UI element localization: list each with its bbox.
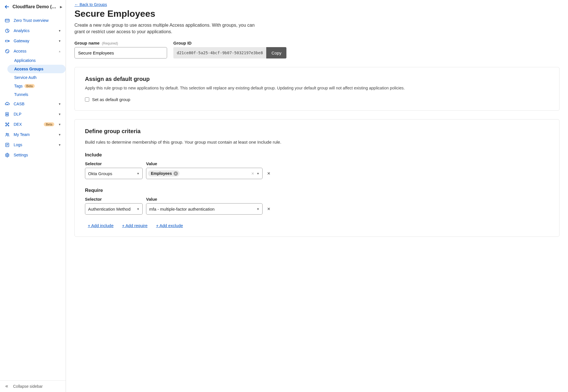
back-arrow-icon[interactable] — [4, 4, 10, 10]
sidebar: Cloudflare Demo (T... ▶ Zero Trust overv… — [0, 0, 66, 392]
nav-gateway[interactable]: Gateway ▼ — [0, 36, 66, 46]
nav-label: Zero Trust overview — [14, 18, 61, 23]
selector-label: Selector — [85, 161, 143, 166]
remove-include-row-icon[interactable]: ✕ — [267, 171, 271, 179]
group-meta-row: Group name (Required) Group ID d21ce80f-… — [74, 41, 559, 58]
group-name-label: Group name (Required) — [74, 41, 167, 45]
default-group-checkbox-row[interactable]: Set as default group — [85, 97, 549, 102]
chevron-up-icon: ▲ — [58, 50, 61, 53]
tag-text: Employees — [151, 171, 172, 176]
nav-overview[interactable]: Zero Trust overview — [0, 15, 66, 26]
caret-down-icon: ▼ — [137, 207, 140, 211]
nav-label: Settings — [14, 153, 61, 157]
remove-require-row-icon[interactable]: ✕ — [267, 207, 271, 215]
group-id-label: Group ID — [173, 41, 286, 45]
svg-point-21 — [7, 154, 8, 156]
nav-sub-label: Applications — [14, 58, 36, 63]
nav-logs[interactable]: Logs ▼ — [0, 140, 66, 150]
caret-down-icon: ▼ — [137, 172, 140, 175]
collapse-icon — [5, 384, 9, 389]
clear-value-icon[interactable]: ✕ — [251, 171, 254, 176]
nav-access[interactable]: Access ▲ — [0, 46, 66, 56]
require-selector[interactable]: Authentication Method ▼ — [85, 203, 143, 215]
svg-point-16 — [8, 133, 9, 135]
checkbox-label: Set as default group — [92, 97, 130, 102]
value-label: Value — [146, 197, 263, 202]
account-switcher[interactable]: Cloudflare Demo (T... ▶ — [0, 0, 66, 14]
include-selector[interactable]: Okta Groups ▼ — [85, 168, 143, 179]
nav-tunnels[interactable]: Tunnels — [14, 90, 66, 99]
chevron-down-icon: ▼ — [58, 102, 61, 106]
main-content: ← Back to Groups Secure Employees Create… — [66, 0, 568, 392]
include-heading: Include — [85, 152, 549, 158]
selector-value: Authentication Method — [88, 207, 130, 211]
add-exclude-link[interactable]: + Add exclude — [156, 223, 183, 228]
svg-rect-8 — [6, 114, 7, 115]
add-require-link[interactable]: + Add require — [122, 223, 148, 228]
nav-settings[interactable]: Settings — [0, 150, 66, 160]
sidebar-nav: Zero Trust overview Analytics ▼ Gateway … — [0, 14, 66, 380]
chevron-down-icon: ▼ — [58, 29, 61, 32]
nav-tags[interactable]: TagsBeta — [14, 82, 66, 90]
account-title: Cloudflare Demo (T... — [13, 4, 57, 9]
chevron-down-icon: ▼ — [58, 123, 61, 126]
nav-casb[interactable]: CASB ▼ — [0, 99, 66, 109]
dlp-icon — [5, 112, 10, 117]
require-heading: Require — [85, 188, 549, 193]
include-value[interactable]: Employees ✕ ✕ ▼ — [146, 168, 263, 179]
value-tag: Employees ✕ — [148, 170, 180, 177]
dex-icon — [5, 122, 10, 127]
require-value[interactable]: mfa - multiple-factor authentication ▼ — [146, 203, 263, 215]
svg-point-15 — [6, 133, 7, 134]
chevron-down-icon: ▼ — [58, 143, 61, 146]
nav-my-team[interactable]: My Team ▼ — [0, 129, 66, 140]
svg-point-11 — [5, 125, 7, 126]
nav-dex[interactable]: DEX Beta ▼ — [0, 119, 66, 129]
group-name-field: Group name (Required) — [74, 41, 167, 58]
add-rule-links: + Add include + Add require + Add exclud… — [85, 223, 549, 228]
nav-dlp[interactable]: DLP ▼ — [0, 109, 66, 119]
group-id-field: Group ID d21ce80f-5a25-4bcf-9b07-5032197… — [173, 41, 286, 58]
chevron-down-icon: ▼ — [58, 133, 61, 136]
account-caret-icon[interactable]: ▶ — [60, 5, 62, 9]
nav-sub-label: Tunnels — [14, 92, 28, 97]
svg-point-10 — [8, 123, 9, 124]
nav-label: Logs — [14, 142, 54, 147]
nav-label: DLP — [14, 112, 54, 116]
criteria-card: Define group criteria Build rules to det… — [74, 119, 559, 237]
nav-sub-label: Access Groups — [14, 67, 43, 71]
criteria-title: Define group criteria — [85, 128, 549, 135]
analytics-icon — [5, 28, 10, 33]
nav-access-groups[interactable]: Access Groups — [7, 65, 66, 73]
back-to-groups-link[interactable]: ← Back to Groups — [74, 2, 107, 7]
svg-rect-4 — [5, 40, 8, 42]
selector-label: Selector — [85, 197, 143, 202]
nav-applications[interactable]: Applications — [14, 56, 66, 65]
overview-icon — [5, 18, 10, 23]
default-group-title: Assign as default group — [85, 76, 549, 82]
default-group-checkbox[interactable] — [85, 97, 89, 102]
group-id-value: d21ce80f-5a25-4bcf-9b07-5032197e3be8 — [173, 47, 266, 58]
access-icon — [5, 49, 10, 54]
group-name-input[interactable] — [74, 47, 167, 58]
nav-analytics[interactable]: Analytics ▼ — [0, 26, 66, 36]
svg-point-9 — [5, 123, 7, 124]
nav-access-children: Applications Access Groups Service Auth … — [0, 56, 66, 99]
caret-down-icon: ▼ — [257, 172, 259, 175]
team-icon — [5, 132, 10, 137]
default-group-card: Assign as default group Apply this rule … — [74, 67, 559, 111]
nav-label: CASB — [14, 102, 54, 106]
include-block: Include Selector Okta Groups ▼ Value — [85, 152, 549, 179]
add-include-link[interactable]: + Add include — [88, 223, 114, 228]
caret-down-icon: ▼ — [257, 207, 259, 211]
nav-service-auth[interactable]: Service Auth — [14, 73, 66, 82]
tag-remove-icon[interactable]: ✕ — [174, 171, 178, 176]
copy-button[interactable]: Copy — [266, 47, 286, 58]
chevron-down-icon: ▼ — [58, 39, 61, 43]
require-row: Selector Authentication Method ▼ Value m… — [85, 197, 549, 215]
criteria-desc: Build rules to determine membership of t… — [85, 140, 549, 145]
required-text: (Required) — [102, 41, 118, 45]
nav-label: DEX — [14, 122, 38, 127]
selector-value: Okta Groups — [88, 171, 112, 176]
collapse-sidebar[interactable]: Collapse sidebar — [0, 380, 66, 392]
